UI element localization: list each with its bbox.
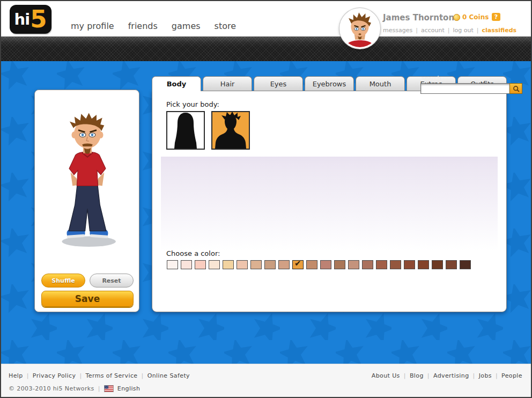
color-swatch[interactable]	[264, 260, 276, 269]
logo-text-hi: hi	[14, 10, 30, 28]
footer-link-help[interactable]: Help	[9, 372, 23, 379]
user-name: James Thornton	[383, 13, 454, 23]
main-nav: my profile friends games store	[71, 21, 236, 31]
tab-mouth[interactable]: Mouth	[356, 76, 405, 91]
nav-item-games[interactable]: games	[172, 21, 201, 31]
color-swatch[interactable]	[320, 260, 331, 269]
footer-link-people[interactable]: People	[501, 372, 522, 379]
color-swatch[interactable]	[432, 260, 443, 269]
avatar-preview-image	[42, 93, 133, 260]
separator: |	[416, 27, 418, 34]
footer-link-blog[interactable]: Blog	[410, 372, 424, 379]
color-swatch-selected[interactable]: ✔	[292, 260, 304, 269]
search-button[interactable]	[509, 83, 522, 94]
footer-link-online-safety[interactable]: Online Safety	[147, 372, 190, 379]
user-avatar-image	[341, 10, 379, 47]
color-swatch[interactable]	[250, 260, 262, 269]
reset-button[interactable]: Reset	[90, 274, 134, 288]
us-flag-icon	[104, 385, 114, 392]
account-links: messages | account | log out | classifie…	[383, 27, 516, 34]
color-swatch[interactable]	[390, 260, 401, 269]
logo-text-5: 5	[30, 9, 47, 31]
color-swatch[interactable]	[362, 260, 373, 269]
link-account[interactable]: account	[421, 27, 445, 34]
nav-item-store[interactable]: store	[215, 21, 236, 31]
footer-links-left: Help | Privacy Policy | Terms of Service…	[9, 372, 190, 379]
separator: |	[477, 27, 479, 34]
footer-link-terms-of-service[interactable]: Terms of Service	[85, 372, 137, 379]
magnifier-icon	[512, 85, 520, 93]
color-swatch[interactable]	[306, 260, 317, 269]
search-input[interactable]	[420, 83, 509, 94]
checkmark-icon: ✔	[294, 259, 301, 268]
tab-body[interactable]: Body	[152, 76, 201, 91]
separator: |	[473, 372, 475, 379]
tab-eyebrows[interactable]: Eyebrows	[305, 76, 354, 91]
user-avatar[interactable]	[339, 8, 380, 49]
separator: |	[496, 372, 498, 379]
footer-link-jobs[interactable]: Jobs	[479, 372, 492, 379]
color-swatch[interactable]	[181, 260, 192, 269]
tab-eyes[interactable]: Eyes	[254, 76, 303, 91]
shuffle-button[interactable]: Shuffle	[41, 274, 85, 288]
footer-links-right: About Us | Blog | Advertising | Jobs | P…	[372, 372, 522, 379]
color-swatch[interactable]	[278, 260, 290, 269]
color-swatch[interactable]	[167, 260, 178, 269]
separator: |	[427, 372, 430, 379]
color-swatch[interactable]	[195, 260, 206, 269]
language-link[interactable]: English	[117, 385, 141, 392]
color-swatch[interactable]	[237, 260, 248, 269]
hi5-avatar-editor-page: hi 5 my profile friends games store	[0, 0, 532, 398]
color-swatch[interactable]	[418, 260, 429, 269]
editor-content: Shuffle Reset Save Body Hair Eyes Eyebro…	[1, 61, 531, 364]
footer-copyright-row: © 2003-2010 hi5 Networks | English	[9, 385, 140, 392]
color-swatch[interactable]	[376, 260, 387, 269]
search-bar: search	[1, 36, 531, 61]
separator: |	[79, 372, 82, 379]
tab-panel-body: Pick your body: Choose a color:	[152, 91, 507, 312]
male-silhouette-icon	[214, 111, 247, 149]
coin-icon	[453, 14, 460, 21]
footer-link-privacy-policy[interactable]: Privacy Policy	[33, 372, 76, 379]
footer-link-advertising[interactable]: Advertising	[433, 372, 469, 379]
coins-count: 0 Coins	[462, 13, 489, 21]
search-box	[420, 83, 522, 94]
help-button[interactable]: ?	[492, 13, 500, 21]
pick-body-label: Pick your body:	[166, 100, 219, 108]
copyright-text: © 2003-2010 hi5 Networks	[9, 385, 94, 392]
separator: |	[98, 385, 100, 392]
nav-item-friends[interactable]: friends	[128, 21, 158, 31]
coins-indicator[interactable]: 0 Coins	[453, 13, 489, 21]
color-swatch[interactable]	[209, 260, 220, 269]
color-swatches: ✔	[167, 260, 471, 269]
site-footer: Help | Privacy Policy | Terms of Service…	[1, 364, 531, 397]
link-messages[interactable]: messages	[383, 27, 412, 34]
separator: |	[142, 372, 144, 379]
body-option-male[interactable]	[211, 111, 250, 150]
color-swatch[interactable]	[404, 260, 415, 269]
hi5-logo[interactable]: hi 5	[10, 5, 51, 34]
nav-item-my-profile[interactable]: my profile	[71, 21, 114, 31]
customization-panel: Body Hair Eyes Eyebrows Mouth Extras Out…	[152, 76, 507, 312]
female-silhouette-icon	[169, 111, 202, 149]
body-option-female[interactable]	[166, 111, 205, 150]
avatar-preview-panel: Shuffle Reset Save	[34, 90, 139, 312]
panel-gradient	[161, 157, 498, 251]
color-swatch[interactable]	[334, 260, 345, 269]
link-classifieds[interactable]: classifieds	[482, 27, 516, 34]
footer-link-about-us[interactable]: About Us	[372, 372, 400, 379]
site-header: hi 5 my profile friends games store	[1, 1, 531, 36]
link-log-out[interactable]: log out	[453, 27, 473, 34]
color-swatch[interactable]	[446, 260, 457, 269]
separator: |	[448, 27, 450, 34]
color-swatch[interactable]	[460, 260, 471, 269]
color-swatch[interactable]	[348, 260, 359, 269]
separator: |	[404, 372, 406, 379]
save-button[interactable]: Save	[41, 291, 134, 307]
color-swatch[interactable]	[223, 260, 234, 269]
choose-color-label: Choose a color:	[166, 249, 220, 257]
tab-hair[interactable]: Hair	[203, 76, 252, 91]
body-options	[166, 111, 250, 150]
search-label: search	[422, 75, 441, 82]
separator: |	[27, 372, 29, 379]
